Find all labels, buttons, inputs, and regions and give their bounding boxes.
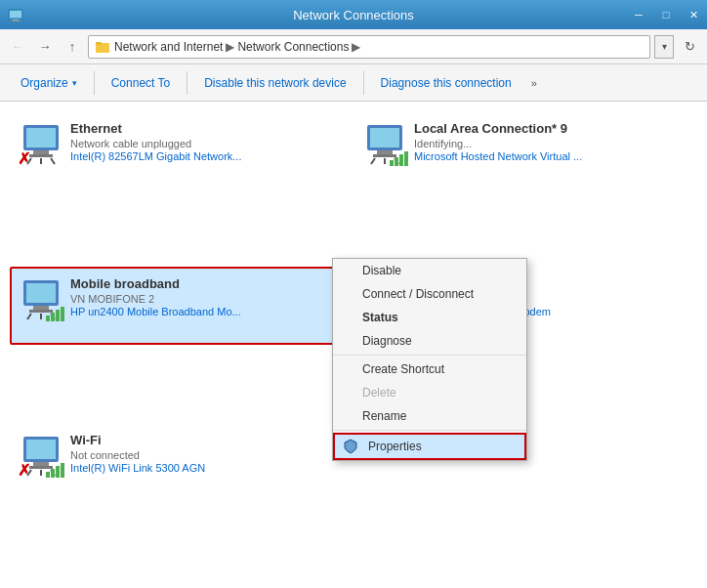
network-item-wifi[interactable]: ✗ Wi-Fi Not connected Intel(R) WiFi Link…: [10, 423, 354, 501]
ethernet-name: Ethernet: [70, 121, 346, 136]
ctx-properties-label: Properties: [368, 440, 422, 453]
ctx-status[interactable]: Status: [333, 306, 526, 329]
ctx-disable[interactable]: Disable: [333, 259, 526, 282]
mobile-info: Mobile broadband VN MOBIFONE 2 HP un2400…: [70, 276, 346, 317]
x-mark-icon: ✗: [18, 149, 30, 168]
wifi-status: Not connected: [70, 449, 346, 461]
breadcrumb-part1: Network and Internet: [114, 40, 223, 54]
ctx-rename[interactable]: Rename: [333, 404, 526, 428]
address-bar: ← → ↑ Network and Internet ▶ Network Con…: [0, 29, 707, 64]
local9-info: Local Area Connection* 9 Identifying... …: [414, 121, 689, 162]
wifi-signal-icon: [46, 463, 64, 478]
mobile-icon: [18, 276, 64, 323]
wifi-x-mark-icon: ✗: [18, 461, 30, 480]
ctx-diagnose-label: Diagnose: [362, 334, 412, 348]
local9-name: Local Area Connection* 9: [414, 121, 689, 136]
svg-rect-2: [13, 20, 19, 21]
local9-status: Identifying...: [414, 138, 689, 149]
forward-button[interactable]: →: [33, 35, 57, 59]
mobile-signal-icon: [46, 307, 64, 321]
network-item-ethernet[interactable]: ✗ Ethernet Network cable unplugged Intel…: [10, 111, 354, 189]
mobile-status: VN MOBIFONE 2: [70, 293, 346, 305]
address-dropdown[interactable]: ▾: [654, 35, 674, 59]
breadcrumb-sep2: ▶: [352, 40, 360, 54]
mobile-name: Mobile broadband: [70, 276, 346, 291]
local9-icon: [361, 121, 408, 168]
mobile-adapter: HP un2400 Mobile Broadband Mo...: [70, 306, 346, 317]
ctx-separator-1: [333, 355, 526, 356]
ctx-disable-label: Disable: [362, 264, 401, 277]
folder-icon: [95, 39, 110, 55]
svg-rect-7: [26, 128, 56, 147]
close-button[interactable]: ✕: [680, 0, 707, 29]
refresh-button[interactable]: ↻: [678, 35, 701, 59]
svg-rect-1: [10, 11, 21, 18]
svg-rect-21: [26, 283, 56, 303]
ctx-diagnose[interactable]: Diagnose: [333, 329, 526, 353]
context-menu: Disable Connect / Disconnect Status Diag…: [332, 258, 527, 461]
toolbar: Organize ▾ Connect To Disable this netwo…: [0, 64, 707, 102]
disable-device-button[interactable]: Disable this network device: [193, 69, 356, 97]
ethernet-info: Ethernet Network cable unplugged Intel(R…: [70, 121, 346, 162]
window-title: Network Connections: [293, 8, 414, 22]
ethernet-status: Network cable unplugged: [70, 138, 346, 149]
organize-button[interactable]: Organize ▾: [10, 69, 88, 97]
svg-rect-3: [11, 21, 21, 21]
connect-to-button[interactable]: Connect To: [101, 69, 182, 97]
svg-line-12: [51, 158, 55, 164]
ctx-shortcut[interactable]: Create Shortcut: [333, 357, 526, 381]
svg-rect-9: [29, 154, 53, 157]
svg-rect-5: [96, 42, 102, 45]
address-box[interactable]: Network and Internet ▶ Network Connectio…: [88, 35, 650, 59]
svg-rect-8: [33, 150, 49, 154]
toolbar-separator-2: [187, 71, 187, 95]
title-bar: Network Connections ─ □ ✕: [0, 0, 707, 29]
svg-line-24: [27, 314, 31, 319]
window-icon: [8, 7, 23, 22]
ctx-connect-label: Connect / Disconnect: [362, 287, 474, 301]
maximize-button[interactable]: □: [652, 0, 680, 29]
main-content: ✗ Ethernet Network cable unplugged Intel…: [0, 102, 707, 588]
ctx-delete: Delete: [333, 381, 526, 404]
back-button[interactable]: ←: [6, 35, 29, 59]
ctx-properties[interactable]: Properties: [333, 433, 526, 460]
ctx-connect[interactable]: Connect / Disconnect: [333, 282, 526, 306]
ethernet-adapter: Intel(R) 82567LM Gigabit Network...: [70, 150, 346, 162]
window-controls: ─ □ ✕: [625, 0, 707, 29]
signal-bars-icon: [390, 151, 408, 166]
svg-rect-33: [26, 440, 56, 459]
network-item-mobile[interactable]: Mobile broadband VN MOBIFONE 2 HP un2400…: [10, 267, 354, 345]
wifi-name: Wi-Fi: [70, 433, 346, 447]
svg-line-17: [371, 158, 375, 164]
toolbar-separator-1: [94, 71, 95, 95]
network-item-local9[interactable]: Local Area Connection* 9 Identifying... …: [354, 111, 697, 189]
breadcrumb-sep1: ▶: [226, 40, 234, 54]
minimize-button[interactable]: ─: [625, 0, 652, 29]
wifi-icon: ✗: [18, 433, 64, 480]
svg-rect-14: [370, 128, 399, 147]
wifi-adapter: Intel(R) WiFi Link 5300 AGN: [70, 462, 346, 474]
wifi-info: Wi-Fi Not connected Intel(R) WiFi Link 5…: [70, 433, 346, 474]
ethernet-icon: ✗: [18, 121, 64, 168]
breadcrumb-part2: Network Connections: [237, 40, 349, 54]
ctx-delete-label: Delete: [362, 386, 396, 399]
ctx-separator-2: [333, 430, 526, 431]
ctx-rename-label: Rename: [362, 409, 406, 423]
up-button[interactable]: ↑: [61, 35, 84, 59]
properties-shield-icon: [343, 439, 358, 454]
local9-adapter: Microsoft Hosted Network Virtual ...: [414, 150, 689, 162]
toolbar-separator-3: [363, 71, 364, 95]
ctx-shortcut-label: Create Shortcut: [362, 362, 444, 376]
ctx-status-label: Status: [362, 311, 398, 324]
more-options-button[interactable]: »: [524, 69, 544, 97]
organize-arrow-icon: ▾: [72, 78, 77, 88]
diagnose-button[interactable]: Diagnose this connection: [370, 69, 522, 97]
